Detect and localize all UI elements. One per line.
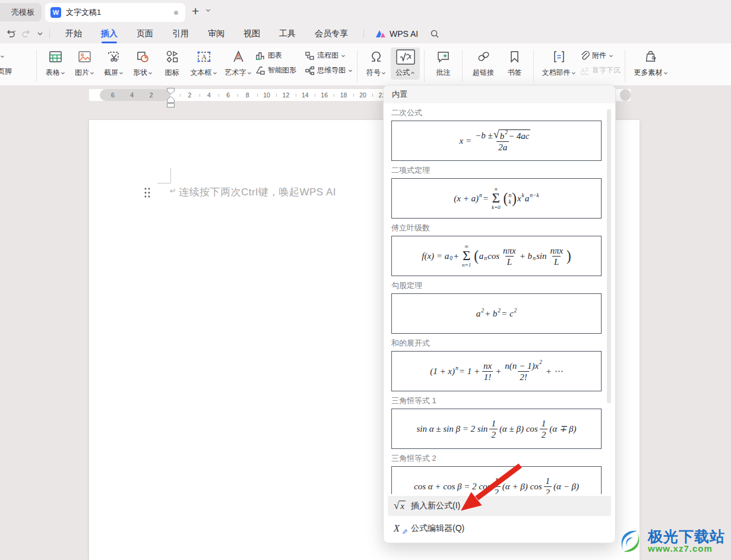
formula-section-label: 勾股定理 — [391, 280, 602, 290]
wps-writer-icon: W — [50, 7, 61, 18]
indent-markers[interactable] — [166, 87, 175, 108]
chart-button[interactable]: 图表 — [255, 50, 296, 61]
mindmap-button[interactable]: 思维导图 — [305, 65, 353, 75]
tab-view[interactable]: 视图 — [242, 26, 261, 42]
more-assets-icon — [644, 49, 659, 65]
chevron-down-icon — [0, 54, 5, 59]
tab-review[interactable]: 审阅 — [207, 26, 226, 42]
tab-reference[interactable]: 引用 — [171, 26, 190, 42]
icons-button[interactable]: 图标 — [157, 49, 186, 78]
builtin-formula-item-1[interactable]: x = −b ± √b2 − 4ac2a — [391, 121, 602, 161]
paperclip-icon — [580, 50, 590, 61]
document-tab[interactable]: W 文字文稿1 — [45, 3, 185, 22]
page-number-button[interactable]: 码 — [0, 51, 32, 61]
drop-cap-button[interactable]: A 首字下沉 — [580, 65, 621, 75]
tab-page[interactable]: 页面 — [135, 26, 154, 42]
ruler-number: 6 — [226, 91, 230, 99]
builtin-formula-item-3[interactable]: f(x) = a0 + ∞Σn=1(an cosnπxL + bn sinnπx… — [391, 236, 602, 276]
redo-icon[interactable] — [22, 29, 31, 38]
ruler-tick — [180, 94, 181, 97]
formula-menu-actions: √x 插入新公式(I) X✎ 公式编辑器(Q) — [384, 494, 615, 543]
background-tab-docer[interactable]: 壳模板 — [0, 3, 42, 21]
wps-ai-button[interactable]: WPS AI — [376, 29, 418, 39]
ruler-left-margin — [100, 89, 170, 101]
ruler-tick — [315, 94, 315, 97]
ruler-tick — [296, 94, 296, 97]
shapes-button[interactable]: 形状 — [128, 49, 157, 78]
divider — [357, 50, 357, 82]
ribbon-toolbar: 码 眉页脚 表格 图片 — [0, 43, 731, 86]
divider — [363, 29, 364, 38]
ruler-number: 14 — [302, 91, 309, 99]
divider — [36, 50, 37, 82]
new-tab-button[interactable]: + — [192, 4, 199, 18]
flowchart-button[interactable]: 流程图 — [305, 50, 353, 61]
ruler-right-margin — [620, 89, 631, 101]
builtin-formula-item-2[interactable]: (x + a)n = nΣk=0(nk)xkan−k — [391, 178, 602, 219]
builtin-formula-list: 二次公式x = −b ± √b2 − 4ac2a二项式定理(x + a)n = … — [384, 103, 615, 494]
ruler-tick — [219, 94, 219, 97]
chevron-down-icon — [90, 71, 94, 75]
bookmark-button[interactable]: 书签 — [500, 49, 529, 78]
table-button[interactable]: 表格 — [41, 49, 70, 78]
chevron-down-icon — [61, 71, 65, 75]
ribbon-group-diagrams: 流程图 思维导图 — [305, 49, 353, 75]
textbox-button[interactable]: A 文本框 — [186, 49, 221, 78]
tab-list-chevron-icon[interactable] — [205, 8, 210, 12]
formula-section-label: 傅立叶级数 — [391, 223, 602, 233]
wps-ai-label: WPS AI — [390, 29, 418, 39]
formula-editor-icon: X✎ — [394, 523, 406, 534]
chevron-down-icon — [213, 71, 217, 75]
formula-preview: sin α ± sin β = 2 sin12(α ± β) cos12(α ∓… — [416, 418, 576, 440]
builtin-formula-item-4[interactable]: a2 + b2 = c2 — [391, 293, 602, 334]
wordart-button[interactable]: 艺术字 — [221, 49, 255, 78]
builtin-formula-item-6[interactable]: sin α ± sin β = 2 sin12(α ± β) cos12(α ∓… — [391, 409, 602, 449]
search-icon[interactable] — [430, 29, 439, 39]
screenshot-button[interactable]: 截屏 — [99, 49, 128, 78]
undo-icon[interactable] — [6, 29, 16, 38]
chart-icon — [255, 51, 265, 61]
symbol-button[interactable]: 符号 — [362, 49, 391, 78]
comment-button[interactable]: 批注 — [429, 49, 458, 78]
ribbon-group-page-elements: 码 眉页脚 — [0, 49, 32, 77]
header-footer-button[interactable]: 眉页脚 — [0, 67, 32, 77]
paragraph-mark: ↵ — [170, 186, 176, 195]
tab-membership[interactable]: 会员专享 — [314, 26, 349, 42]
builtin-formula-item-5[interactable]: (1 + x)n = 1 + nx1! + n(n − 1)x22! + ⋯ — [391, 351, 602, 391]
divider — [533, 50, 534, 82]
more-assets-button[interactable]: 更多素材 — [629, 49, 672, 78]
ai-placeholder-text: 连续按下两次Ctrl键，唤起WPS AI — [179, 185, 336, 199]
ruler-tick — [372, 94, 373, 97]
formula-section-label: 和的展开式 — [391, 338, 602, 348]
horizontal-ruler: 642246810121416182022 — [0, 87, 731, 104]
builtin-formula-item-7[interactable]: cos α + cos β = 2 cos12(α + β) cos12(α −… — [391, 466, 602, 494]
panel-scrollbar-thumb[interactable] — [607, 109, 611, 403]
tab-home[interactable]: 开始 — [64, 26, 83, 42]
formula-button[interactable]: 公式 — [391, 48, 420, 80]
smartart-button[interactable]: 智能图形 — [255, 65, 296, 75]
insert-new-formula-menuitem[interactable]: √x 插入新公式(I) — [388, 496, 611, 516]
paragraph-drag-handle-icon[interactable] — [144, 187, 151, 198]
omega-symbol-icon — [369, 49, 384, 65]
tab-insert[interactable]: 插入 — [100, 26, 119, 42]
formula-editor-menuitem[interactable]: X✎ 公式编辑器(Q) — [388, 518, 611, 539]
tab-tools[interactable]: 工具 — [278, 26, 297, 42]
formula-preview: f(x) = a0 + ∞Σn=1(an cosnπxL + bn sinnπx… — [422, 244, 571, 268]
picture-button[interactable]: 图片 — [70, 49, 99, 78]
ruler-tick — [334, 94, 334, 97]
formula-section-label: 二项式定理 — [391, 165, 602, 175]
ruler-number: 18 — [340, 91, 347, 99]
formula-preview: cos α + cos β = 2 cos12(α + β) cos12(α −… — [414, 476, 579, 495]
ruler-number: 20 — [359, 91, 366, 99]
formula-preview: (1 + x)n = 1 + nx1! + n(n − 1)x22! + ⋯ — [430, 360, 562, 382]
more-history-chevron-icon[interactable] — [37, 30, 43, 37]
hyperlink-button[interactable]: 超链接 — [467, 49, 500, 78]
formula-section-label: 三角恒等式 2 — [391, 453, 602, 463]
attachment-button[interactable]: 附件 — [580, 50, 621, 61]
wps-writer-window: 壳模板 W 文字文稿1 + 开始 插入 页面 引用 审阅 视图 工具 会员专享 — [0, 0, 731, 560]
flowchart-icon — [305, 51, 315, 61]
formula-editor-label: 公式编辑器(Q) — [411, 523, 464, 534]
doc-parts-button[interactable]: 文档部件 — [538, 49, 580, 78]
chevron-down-icon — [247, 71, 252, 75]
chevron-down-icon — [348, 68, 353, 73]
